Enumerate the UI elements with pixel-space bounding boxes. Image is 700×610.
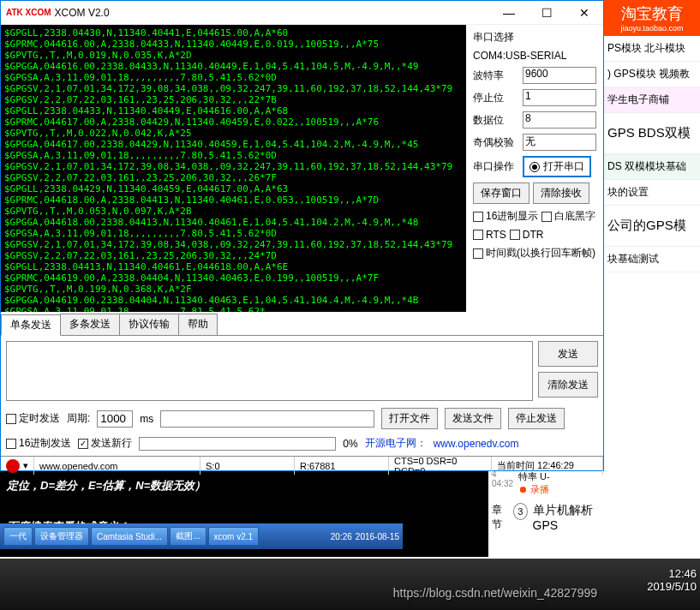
ms-label: ms (140, 413, 153, 425)
taskbar-item[interactable]: 截图... (170, 527, 206, 546)
bg-item[interactable]: 块的设置 (604, 180, 700, 206)
parity-label: 奇偶校验 (473, 135, 519, 150)
open-file-button[interactable]: 打开文件 (381, 408, 438, 429)
titlebar: ATK XCOM XCOM V2.0 — ☐ ✕ (1, 1, 603, 25)
minimize-button[interactable]: — (490, 1, 528, 25)
bg-item[interactable]: 块基础测试 (604, 247, 700, 272)
progress-pct: 0% (343, 438, 357, 450)
period-label: 周期: (67, 411, 90, 426)
tab-single-send[interactable]: 单条发送 (1, 314, 61, 336)
clear-send-button[interactable]: 清除发送 (538, 372, 598, 398)
port-label: 串口选择 (473, 30, 596, 45)
timestamp-checkbox[interactable]: 时间戳(以换行回车断帧) (473, 246, 596, 260)
status-sent: S:0 (200, 457, 295, 475)
taskbar-item[interactable]: 设备管理器 (34, 527, 89, 546)
progress-bar (139, 437, 336, 451)
reload-icon (6, 459, 20, 473)
bg-item[interactable]: 公司的GPS模 (604, 206, 700, 247)
send-panel: 发送 清除发送 定时发送 周期: ms 打开文件 发送文件 停止发送 16进制发… (1, 336, 603, 456)
taskbar-item[interactable]: xcom v2.1 (208, 527, 260, 546)
op-label: 串口操作 (473, 159, 519, 174)
bg-item[interactable]: ) GPS模块 视频教 (604, 62, 700, 87)
save-window-button[interactable]: 保存窗口 (473, 182, 529, 204)
timed-send-checkbox[interactable]: 定时发送 (6, 411, 60, 426)
hex-send-checkbox[interactable]: 16进制发送 (6, 436, 71, 451)
app-logo: ATK XCOM (6, 9, 51, 16)
close-button[interactable]: ✕ (565, 1, 603, 25)
status-time: 当前时间 12:46:29 (492, 457, 603, 475)
send-tabs: 单条发送 多条发送 协议传输 帮助 (1, 314, 603, 336)
system-tray[interactable]: 20:26 2016-08-15 (331, 532, 399, 541)
serial-settings-panel: 串口选择 COM4:USB-SERIAL 波特率 9600 停止位 1 数据位 … (466, 25, 603, 312)
main-window: ATK XCOM XCOM V2.0 — ☐ ✕ $GPGLL,2338.044… (0, 0, 604, 471)
tab-protocol[interactable]: 协议传输 (119, 314, 179, 335)
open-port-button[interactable]: 打开串口 (523, 156, 591, 177)
status-url[interactable]: www.openedv.com (34, 457, 200, 475)
tab-multi-send[interactable]: 多条发送 (60, 314, 120, 335)
taskbar-item[interactable]: 一代 (3, 527, 33, 546)
link-url[interactable]: www.openedv.com (434, 438, 519, 450)
taskbar-item[interactable]: Camtasia Studi... (91, 527, 168, 546)
baud-select[interactable]: 9600 (523, 67, 596, 84)
white-bg-checkbox[interactable]: 白底黑字 (541, 209, 595, 224)
clear-recv-button[interactable]: 清除接收 (533, 182, 589, 204)
chapter-number-icon: 3 (513, 503, 527, 520)
send-button[interactable]: 发送 (538, 341, 598, 367)
stop-label: 停止位 (473, 91, 519, 105)
send-textarea[interactable] (6, 341, 533, 401)
taobao-banner[interactable]: 淘宝教育 jiaoyu.taobao.com (604, 0, 700, 36)
bg-item[interactable]: GPS BDS双模 (604, 113, 700, 154)
footer-bg (0, 559, 700, 610)
radio-icon (529, 162, 540, 172)
stop-select[interactable]: 1 (523, 89, 596, 106)
window-title: XCOM V2.0 (55, 7, 490, 19)
bg-item[interactable]: DS 双模模块基础 (604, 154, 700, 180)
period-input[interactable] (97, 410, 133, 428)
background-sidebar: 淘宝教育 jiaoyu.taobao.com PS模块 北斗模块 ) GPS模块… (604, 0, 700, 610)
bg-item[interactable]: PS模块 北斗模块 (604, 36, 700, 62)
file-path-input[interactable] (160, 410, 374, 428)
parity-select[interactable]: 无 (523, 134, 596, 151)
maximize-button[interactable]: ☐ (528, 1, 565, 25)
data-select[interactable]: 8 (523, 111, 596, 129)
chapter-item[interactable]: 章节 3 单片机解析GPS (492, 503, 601, 532)
link-label: 开源电子网： (365, 436, 427, 451)
taskbar: 一代 设备管理器 Camtasia Studi... 截图... xcom v2… (0, 523, 403, 549)
csdn-watermark: https://blog.csdn.net/weixin_42827999 (393, 586, 597, 600)
terminal-output[interactable]: $GPGLL,2338.04430,N,11340.40441,E,044615… (1, 25, 466, 312)
main-area: $GPGLL,2338.04430,N,11340.40441,E,044615… (1, 25, 603, 312)
bg-item[interactable]: 学生电子商铺 (604, 87, 700, 113)
stop-send-button[interactable]: 停止发送 (508, 408, 565, 429)
rts-checkbox[interactable]: RTS (473, 229, 506, 241)
tab-help[interactable]: 帮助 (178, 314, 218, 335)
dtr-checkbox[interactable]: DTR (510, 229, 544, 241)
baud-label: 波特率 (473, 69, 519, 83)
hex-display-checkbox[interactable]: 16进制显示 (473, 209, 538, 224)
system-clock[interactable]: 12:46 2019/5/10 (647, 567, 697, 593)
port-select[interactable]: COM4:USB-SERIAL (473, 50, 596, 62)
status-reload[interactable]: ▾ (1, 457, 34, 475)
data-label: 数据位 (473, 113, 519, 128)
status-lines: CTS=0 DSR=0 DCD=0 (389, 457, 492, 475)
newline-checkbox[interactable]: ✓发送新行 (78, 436, 132, 451)
open-port-label: 打开串口 (543, 159, 584, 174)
send-file-button[interactable]: 发送文件 (445, 408, 501, 429)
status-bar: ▾ www.openedv.com S:0 R:67881 CTS=0 DSR=… (1, 456, 603, 475)
status-recv: R:67881 (295, 457, 389, 475)
